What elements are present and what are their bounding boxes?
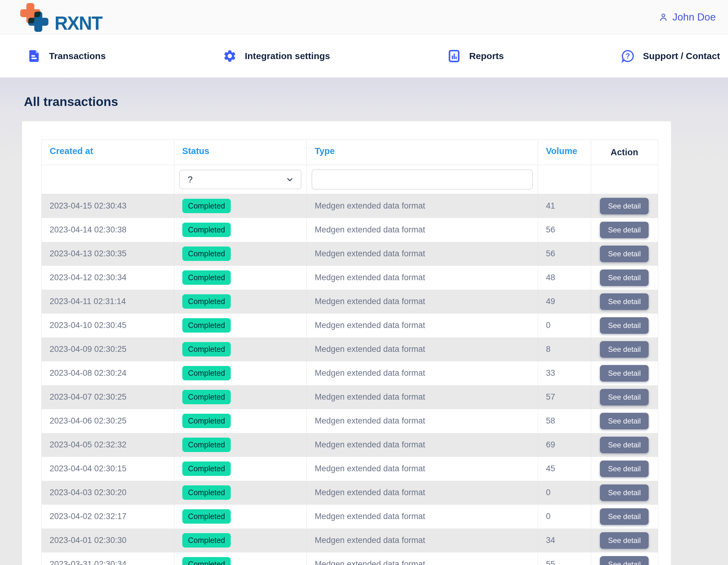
nav-label: Integration settings (245, 51, 330, 61)
see-detail-button[interactable]: See detail (600, 532, 649, 549)
volume-cell: 56 (538, 218, 591, 242)
brand-name: RXNT (55, 14, 102, 32)
type-cell: Medgen extended data format (307, 361, 538, 385)
status-badge: Completed (182, 485, 231, 500)
status-cell: Completed (174, 337, 307, 361)
type-cell: Medgen extended data format (307, 505, 538, 529)
created-at-cell: 2023-04-05 02:32:32 (42, 433, 174, 457)
type-cell: Medgen extended data format (307, 242, 538, 266)
see-detail-button[interactable]: See detail (600, 508, 649, 525)
status-badge: Completed (182, 390, 231, 404)
nav-label: Reports (469, 51, 504, 61)
status-badge: Completed (182, 461, 231, 476)
status-badge: Completed (182, 247, 231, 261)
main-content: All transactions Created at Status Type … (0, 78, 728, 565)
see-detail-button[interactable]: See detail (600, 341, 649, 358)
nav-item-transactions[interactable]: Transactions (27, 49, 106, 63)
created-at-cell: 2023-04-11 02:31:14 (42, 290, 174, 313)
status-cell: Completed (174, 385, 307, 409)
status-cell: Completed (174, 218, 307, 242)
volume-cell: 0 (538, 313, 591, 337)
see-detail-button[interactable]: See detail (600, 198, 649, 214)
type-cell: Medgen extended data format (307, 313, 538, 337)
status-cell: Completed (174, 481, 307, 505)
created-at-cell: 2023-04-12 02:30:34 (42, 266, 174, 290)
svg-text:?: ? (626, 52, 630, 60)
see-detail-button[interactable]: See detail (600, 413, 649, 429)
status-badge: Completed (182, 509, 231, 524)
user-menu[interactable]: John Doe (658, 11, 716, 23)
filter-row: ? (42, 165, 658, 194)
created-at-cell: 2023-04-14 02:30:38 (42, 218, 174, 242)
type-cell: Medgen extended data format (307, 433, 538, 457)
table-row: 2023-04-07 02:30:25 Completed Medgen ext… (42, 385, 658, 409)
created-at-cell: 2023-04-03 02:30:20 (42, 481, 174, 505)
see-detail-button[interactable]: See detail (600, 293, 649, 310)
see-detail-button[interactable]: See detail (600, 365, 649, 381)
nav-item-support-contact[interactable]: ? Support / Contact (621, 49, 720, 63)
table-row: 2023-04-14 02:30:38 Completed Medgen ext… (42, 218, 658, 242)
status-badge: Completed (182, 366, 231, 380)
created-at-cell: 2023-04-10 02:30:45 (42, 313, 174, 337)
status-cell: Completed (174, 457, 307, 481)
see-detail-button[interactable]: See detail (600, 389, 649, 405)
table-row: 2023-04-01 02:30:30 Completed Medgen ext… (42, 529, 658, 552)
see-detail-button[interactable]: See detail (600, 556, 649, 565)
help-bubble-icon: ? (621, 49, 635, 63)
table-row: 2023-04-06 02:30:25 Completed Medgen ext… (42, 409, 658, 433)
see-detail-button[interactable]: See detail (600, 461, 649, 477)
created-at-cell: 2023-04-04 02:30:15 (42, 457, 174, 481)
table-row: 2023-04-11 02:31:14 Completed Medgen ext… (42, 290, 658, 313)
status-cell: Completed (174, 242, 307, 266)
created-at-cell: 2023-04-01 02:30:30 (42, 529, 174, 552)
table-row: 2023-04-09 02:30:25 Completed Medgen ext… (42, 337, 658, 361)
column-header-type[interactable]: Type (307, 140, 538, 165)
page-title: All transactions (0, 78, 728, 121)
transactions-table: Created at Status Type Volume Action ? (41, 140, 658, 565)
volume-cell: 69 (538, 433, 591, 457)
created-at-cell: 2023-04-15 02:30:43 (42, 194, 174, 218)
type-filter-input[interactable] (312, 169, 533, 190)
status-badge: Completed (182, 557, 231, 565)
table-row: 2023-04-02 02:32:17 Completed Medgen ext… (42, 505, 658, 529)
nav-label: Transactions (49, 51, 106, 61)
nav-item-reports[interactable]: Reports (447, 49, 504, 63)
status-cell: Completed (174, 552, 307, 565)
table-row: 2023-04-10 02:30:45 Completed Medgen ext… (42, 313, 658, 337)
created-at-filter-cell (42, 165, 174, 194)
rxnt-logo[interactable]: RXNT (20, 2, 102, 32)
status-filter-select[interactable]: ? (179, 170, 302, 189)
see-detail-button[interactable]: See detail (600, 317, 649, 334)
volume-cell: 48 (538, 266, 591, 290)
see-detail-button[interactable]: See detail (600, 246, 649, 262)
type-cell: Medgen extended data format (307, 457, 538, 481)
table-row: 2023-03-31 02:30:34 Completed Medgen ext… (42, 552, 658, 565)
column-header-status[interactable]: Status (174, 140, 307, 165)
status-cell: Completed (174, 529, 307, 552)
column-header-volume[interactable]: Volume (538, 140, 591, 165)
see-detail-button[interactable]: See detail (600, 222, 649, 238)
status-badge: Completed (182, 533, 231, 548)
see-detail-button[interactable]: See detail (600, 437, 649, 453)
see-detail-button[interactable]: See detail (600, 484, 649, 501)
column-header-created-at[interactable]: Created at (42, 140, 174, 165)
nav-label: Support / Contact (643, 51, 720, 61)
table-row: 2023-04-15 02:30:43 Completed Medgen ext… (42, 194, 658, 218)
type-cell: Medgen extended data format (307, 194, 538, 218)
person-icon (658, 12, 669, 23)
status-badge: Completed (182, 271, 231, 285)
table-row: 2023-04-05 02:32:32 Completed Medgen ext… (42, 433, 658, 457)
rxnt-cross-icon (20, 2, 50, 32)
type-cell: Medgen extended data format (307, 266, 538, 290)
status-badge: Completed (182, 318, 231, 332)
status-badge: Completed (182, 294, 231, 309)
see-detail-button[interactable]: See detail (600, 270, 649, 286)
created-at-cell: 2023-04-06 02:30:25 (42, 409, 174, 433)
chevron-down-icon (286, 175, 294, 184)
nav-item-integration-settings[interactable]: Integration settings (223, 49, 330, 63)
created-at-cell: 2023-04-08 02:30:24 (42, 361, 174, 385)
created-at-cell: 2023-04-13 02:30:35 (42, 242, 174, 266)
volume-cell: 56 (538, 242, 591, 266)
status-cell: Completed (174, 361, 307, 385)
table-row: 2023-04-08 02:30:24 Completed Medgen ext… (42, 361, 658, 385)
